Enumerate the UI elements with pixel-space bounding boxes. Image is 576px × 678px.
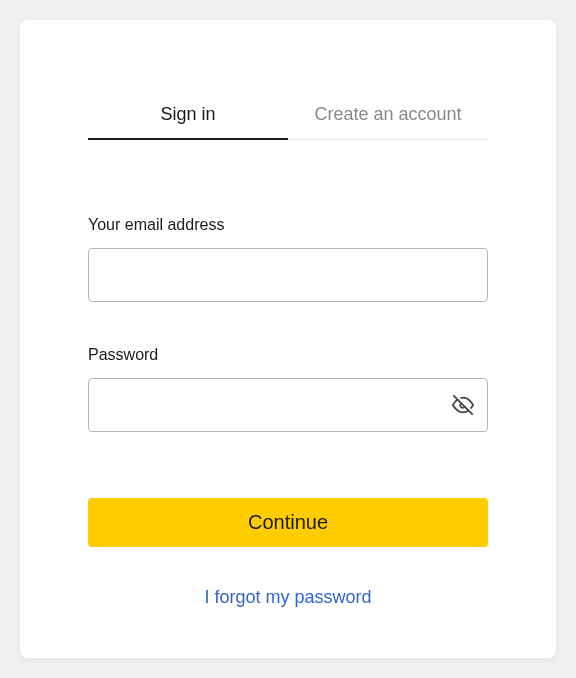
password-input-wrap xyxy=(88,378,488,432)
password-input[interactable] xyxy=(88,378,488,432)
forgot-password-link[interactable]: I forgot my password xyxy=(88,587,488,608)
email-field-group: Your email address xyxy=(88,216,488,302)
auth-tabs: Sign in Create an account xyxy=(88,90,488,140)
tab-create-account[interactable]: Create an account xyxy=(288,90,488,139)
email-input[interactable] xyxy=(88,248,488,302)
email-label: Your email address xyxy=(88,216,488,234)
tab-signin[interactable]: Sign in xyxy=(88,90,288,139)
email-input-wrap xyxy=(88,248,488,302)
signin-card: Sign in Create an account Your email add… xyxy=(20,20,556,658)
continue-button[interactable]: Continue xyxy=(88,498,488,547)
password-label: Password xyxy=(88,346,488,364)
password-field-group: Password xyxy=(88,346,488,432)
toggle-password-visibility-icon[interactable] xyxy=(452,394,474,416)
